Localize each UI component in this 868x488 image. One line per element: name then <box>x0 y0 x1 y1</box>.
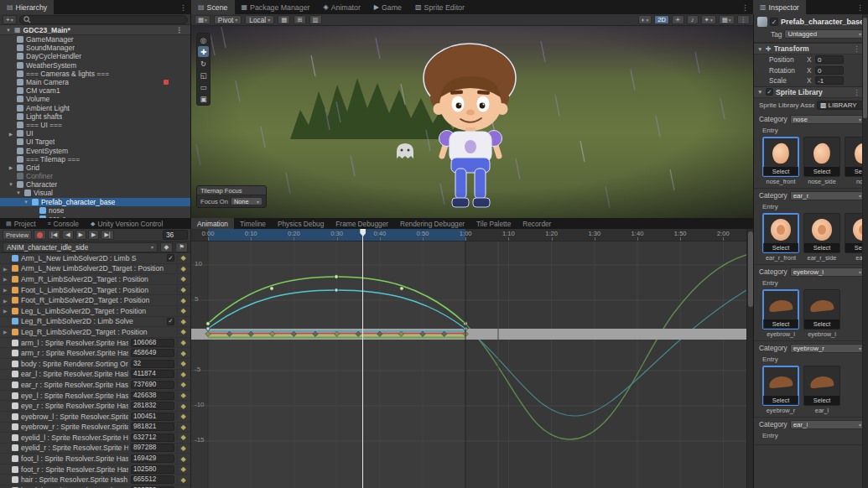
animation-property-row[interactable]: ▶ arm_l : Sprite Resolver.Sprite Hash 10… <box>0 338 190 349</box>
scene-root-row[interactable]: ▼ ▦ GDC23_Main* ⋮ <box>0 25 190 35</box>
scene-view-option-button[interactable]: 2D▾ <box>654 15 669 24</box>
dock-tab[interactable]: ▤ Project <box>0 218 41 229</box>
sprite-library-asset-field[interactable]: ▩ LIBRARY <box>817 101 865 110</box>
curve-editor[interactable]: 0:00 0:10 0:20 0:30 0:40 0:50 1:00 1:10 … <box>191 229 746 488</box>
animation-property-row[interactable]: ▶ Leg_R_LimbSolver2D_Target : Position ✓… <box>0 327 190 338</box>
keyframe-diamond[interactable]: ◆ <box>177 371 189 378</box>
scene-tool-button[interactable]: ↻ <box>198 58 209 69</box>
curves-canvas[interactable] <box>191 241 746 488</box>
select-button[interactable]: Select <box>763 396 798 405</box>
category-dropdown[interactable]: nose▾ <box>790 115 865 124</box>
grid-visibility-button[interactable]: ▦▾ <box>195 15 211 24</box>
scene-menu-icon[interactable]: ⋮ <box>171 26 187 34</box>
animation-property-row[interactable]: ▶ body : Sprite Renderer.Sorting Orde 32… <box>0 359 190 370</box>
keyframe-diamond[interactable]: ◆ <box>177 444 189 452</box>
hierarchy-item[interactable]: UI Target <box>0 138 190 146</box>
sprite-library-component-header[interactable]: ▼ ✓ Sprite Library ⋮ <box>754 86 868 98</box>
preview-button[interactable]: Preview <box>3 230 32 240</box>
add-event-button[interactable]: ⚑ <box>175 242 188 252</box>
add-keyframe-button[interactable]: ◆ <box>160 242 173 252</box>
foldout-arrow[interactable]: ▼ <box>757 46 763 52</box>
scrollbar[interactable] <box>746 229 753 488</box>
scene-view-option-button[interactable]: ▦▾ <box>719 15 735 24</box>
panel-menu-icon[interactable]: ⋮ <box>737 3 753 12</box>
keyframe-diamond[interactable]: ◆ <box>177 286 189 293</box>
keyframe-diamond[interactable]: ◆ <box>177 455 189 463</box>
category-dropdown[interactable]: eyebrow_l▾ <box>790 267 865 277</box>
snap-tool-button[interactable]: ▥ <box>309 15 322 24</box>
hierarchy-item[interactable]: ▼ Visual <box>0 189 190 197</box>
snap-tool-button[interactable]: ⊞ <box>294 15 305 24</box>
scene-view-option-button[interactable]: ☀▾ <box>672 15 684 24</box>
hierarchy-item[interactable]: === Cameras & lights === <box>0 70 190 78</box>
dock-tab[interactable]: Animation <box>191 218 234 229</box>
axis-value-field[interactable]: 0 <box>815 55 844 64</box>
foldout-arrow[interactable]: ▼ <box>15 190 22 195</box>
hierarchy-item[interactable]: Confiner <box>0 172 190 180</box>
keyframe-diamond[interactable]: ◆ <box>177 413 189 420</box>
animation-property-row[interactable]: ▶ Arm_L_New LimbSolver2D_Target : Positi… <box>0 264 190 275</box>
foldout-arrow[interactable]: ▶ <box>3 308 9 314</box>
scene-view-option-button[interactable]: ♪▾ <box>687 15 699 24</box>
category-dropdown[interactable]: ear_r▾ <box>790 191 865 200</box>
keyframe-diamond[interactable]: ◆ <box>177 402 189 410</box>
foldout-arrow[interactable]: ▶ <box>3 287 9 293</box>
search-input[interactable] <box>34 16 184 23</box>
scrollbar-thumb[interactable] <box>748 231 753 307</box>
component-enabled-checkbox[interactable]: ✓ <box>766 88 773 96</box>
animation-property-row[interactable]: ▶ ear_l : Sprite Resolver.Sprite Hash 41… <box>0 370 190 381</box>
keyframe-diamond[interactable]: ◆ <box>177 423 189 431</box>
hierarchy-item[interactable]: ▼ Character <box>0 180 190 189</box>
category-dropdown[interactable]: eyebrow_r▾ <box>790 344 865 353</box>
animation-property-row[interactable]: ▶ ear_r : Sprite Resolver.Sprite Hash 73… <box>0 380 190 391</box>
view-tab[interactable]: ◈ Animator <box>316 0 366 14</box>
select-button[interactable]: Select <box>763 167 798 176</box>
animation-property-row[interactable]: ▶ eye_l : Sprite Resolver.Sprite Hash 42… <box>0 391 190 402</box>
hierarchy-item[interactable]: CM vcam1 <box>0 86 190 95</box>
animation-property-row[interactable]: ▶ hair : Sprite Resolver.Sprite Hash 665… <box>0 475 190 485</box>
animation-property-row[interactable]: ▶ eyelid_l : Sprite Resolver.Sprite Ha 6… <box>0 433 190 444</box>
sprite-entry-thumbnail[interactable]: Select <box>803 366 840 406</box>
foldout-arrow[interactable]: ▼ <box>5 28 12 33</box>
panel-menu-icon[interactable]: ⋮ <box>175 3 191 12</box>
foldout-arrow[interactable]: ▼ <box>23 200 29 205</box>
axis-value-field[interactable]: 0 <box>815 66 844 75</box>
transport-button[interactable]: ▶ <box>75 230 86 240</box>
keyframe-diamond[interactable]: ◆ <box>177 465 189 473</box>
hierarchy-item[interactable]: ▼ Prefab_character_base <box>0 198 190 206</box>
scene-view-option-button[interactable]: ⋮▾ <box>737 15 751 24</box>
animation-property-row[interactable]: ▶ foot_l : Sprite Resolver.Sprite Hash 1… <box>0 454 190 465</box>
property-value-field[interactable]: 169429 <box>131 454 174 463</box>
pivot-toggle-button[interactable]: Pivot▾ <box>214 15 242 24</box>
keyframe-diamond[interactable]: ◆ <box>177 265 189 273</box>
keyframe-diamond[interactable]: ◆ <box>177 433 189 441</box>
property-checkbox[interactable]: ✓ <box>167 318 174 325</box>
keyframe-diamond[interactable]: ◆ <box>177 318 189 325</box>
dock-tab[interactable]: Tile Palette <box>470 218 517 229</box>
transport-button[interactable]: ◀ <box>62 230 73 240</box>
hierarchy-item[interactable]: EventSystem <box>0 146 190 154</box>
axis-value-field[interactable]: -1 <box>815 76 844 85</box>
clip-dropdown[interactable]: ANIM_character_idle_side▾ <box>3 242 158 252</box>
sprite-entry-thumbnail[interactable]: Select <box>762 213 799 253</box>
panel-menu-icon[interactable]: ⋮ <box>852 3 868 12</box>
active-checkbox[interactable]: ✓ <box>770 18 778 26</box>
animation-property-row[interactable]: ▶ eyebrow_l : Sprite Resolver.Sprite 100… <box>0 412 190 423</box>
tab-inspector[interactable]: ▥ Inspector <box>753 0 806 14</box>
frame-field[interactable] <box>163 230 188 240</box>
foldout-arrow[interactable]: ▶ <box>3 266 9 272</box>
add-object-button[interactable]: +▾ <box>3 15 17 24</box>
hierarchy-item[interactable]: nose <box>0 206 190 215</box>
sprite-entry-thumbnail[interactable]: Select <box>762 366 799 406</box>
property-value-field[interactable]: 411874 <box>131 370 174 378</box>
property-value-field[interactable]: 897288 <box>131 444 174 452</box>
hierarchy-item[interactable]: SoundManager <box>0 44 190 52</box>
hierarchy-item[interactable]: GameManager <box>0 35 190 44</box>
foldout-arrow[interactable]: ▶ <box>8 164 14 170</box>
animation-property-row[interactable]: ▶ Foot_R_LimbSolver2D_Target : Position … <box>0 295 190 306</box>
hierarchy-search[interactable] <box>19 15 188 24</box>
sprite-entry-thumbnail[interactable]: Select <box>803 289 840 330</box>
hierarchy-item[interactable]: WeatherSystem <box>0 61 190 70</box>
animation-property-row[interactable]: ▶ Arm_L_New LimbSolver2D : Limb S ✓ ◆ <box>0 253 190 264</box>
animation-property-row[interactable]: ▶ eyebrow_r : Sprite Resolver.Sprite 981… <box>0 423 190 433</box>
